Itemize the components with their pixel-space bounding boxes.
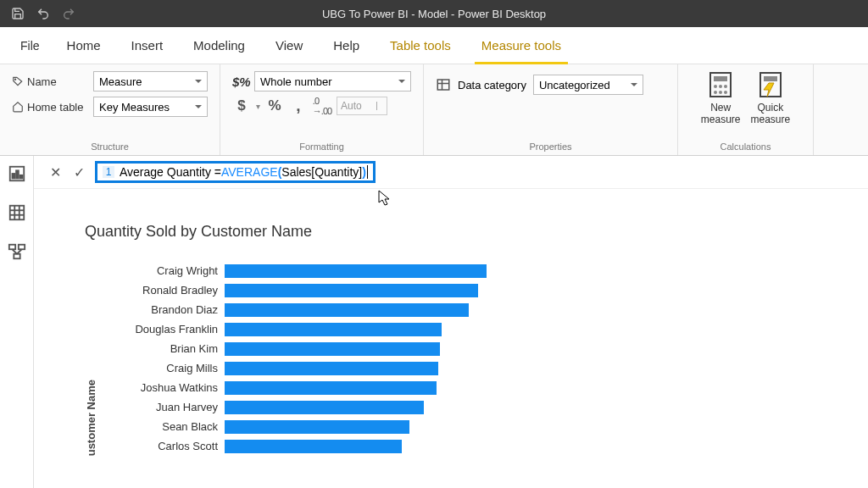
- bar-fill[interactable]: [225, 381, 437, 395]
- bar-label: Juan Harvey: [106, 401, 225, 413]
- bar-fill[interactable]: [225, 342, 440, 356]
- bar-label: Sean Black: [106, 420, 225, 433]
- svg-rect-1: [437, 80, 449, 90]
- commit-formula-button[interactable]: ✓: [71, 164, 86, 180]
- decimals-button[interactable]: .0→.00: [313, 97, 331, 115]
- bar-fill[interactable]: [225, 440, 402, 453]
- save-icon[interactable]: [8, 4, 27, 23]
- window-title: UBG To Power BI - Model - Power BI Deskt…: [322, 8, 546, 20]
- comma-button[interactable]: ,: [289, 97, 308, 115]
- formula-function: AVERAGE: [221, 165, 278, 179]
- bar-row: Brian Kim: [106, 339, 817, 358]
- undo-icon[interactable]: [34, 4, 53, 23]
- canvas: ✕ ✓ 1 Average Quantity = AVERAGE ( Sales…: [34, 156, 868, 488]
- formula-bar: ✕ ✓ 1 Average Quantity = AVERAGE ( Sales…: [34, 156, 868, 189]
- bar-row: Craig Wright: [106, 261, 817, 280]
- bar-label: Craig Wright: [106, 264, 225, 277]
- paren-close: ): [362, 165, 366, 179]
- bar-row: Douglas Franklin: [106, 319, 817, 339]
- bar-row: Sean Black: [106, 417, 817, 436]
- tab-table-tools[interactable]: Table tools: [375, 27, 466, 64]
- bar-fill[interactable]: [225, 420, 409, 434]
- line-number: 1: [103, 166, 114, 178]
- bar-label: Brandon Diaz: [106, 303, 225, 316]
- ribbon-group-formatting: $% Whole number $ ▾ % , .0→.00 Auto Form…: [220, 64, 424, 155]
- model-view-icon[interactable]: [8, 242, 26, 261]
- svg-point-8: [724, 85, 727, 88]
- svg-point-11: [724, 91, 727, 94]
- bar-label: Joshua Watkins: [106, 381, 225, 394]
- chart[interactable]: Quantity Sold by Customer Name ustomer N…: [34, 189, 868, 464]
- name-label: Name: [12, 75, 88, 88]
- svg-rect-24: [18, 245, 24, 250]
- tab-modeling[interactable]: Modeling: [178, 27, 260, 64]
- chart-y-axis-label: ustomer Name: [85, 363, 97, 456]
- currency-button[interactable]: $: [232, 97, 251, 115]
- tab-view[interactable]: View: [260, 27, 318, 64]
- bar-row: Juan Harvey: [106, 397, 817, 417]
- calculations-group-label: Calculations: [690, 141, 801, 152]
- tab-measure-tools[interactable]: Measure tools: [466, 27, 576, 64]
- svg-point-9: [714, 91, 717, 94]
- bar-row: Carlos Scott: [106, 436, 817, 456]
- chart-bars: Craig WrightRonald BradleyBrandon DiazDo…: [106, 261, 817, 456]
- percent-button[interactable]: %: [265, 97, 284, 115]
- bar-fill[interactable]: [225, 323, 442, 336]
- bar-fill[interactable]: [225, 284, 478, 297]
- svg-rect-25: [14, 254, 19, 259]
- decimals-input[interactable]: Auto: [337, 97, 387, 115]
- home-icon: [12, 101, 24, 113]
- formula-text-prefix: Average Quantity =: [120, 165, 221, 179]
- bar-row: Ronald Bradley: [106, 280, 817, 300]
- data-view-icon[interactable]: [8, 203, 26, 222]
- svg-rect-5: [714, 76, 727, 81]
- bar-label: Brian Kim: [106, 342, 225, 355]
- svg-point-6: [714, 85, 717, 88]
- text-cursor: [367, 165, 368, 179]
- bar-label: Craig Mills: [106, 362, 225, 374]
- view-rail: [0, 156, 34, 488]
- menu-bar: File Home Insert Modeling View Help Tabl…: [0, 27, 868, 64]
- format-select[interactable]: Whole number: [254, 71, 411, 92]
- cancel-formula-button[interactable]: ✕: [47, 164, 63, 180]
- home-table-label: Home table: [12, 101, 88, 114]
- bar-fill[interactable]: [225, 303, 469, 317]
- bar-label: Douglas Franklin: [106, 323, 225, 336]
- new-measure-button[interactable]: Newmeasure: [701, 71, 741, 126]
- category-icon: [436, 77, 451, 92]
- svg-rect-17: [19, 175, 22, 179]
- formatting-group-label: Formatting: [232, 141, 411, 152]
- formula-input[interactable]: 1 Average Quantity = AVERAGE ( Sales[Qua…: [95, 161, 376, 183]
- quick-measure-button[interactable]: Quickmeasure: [751, 71, 791, 126]
- svg-point-10: [719, 91, 722, 94]
- data-category-select[interactable]: Uncategorized: [533, 75, 643, 95]
- bar-fill[interactable]: [225, 362, 438, 375]
- bar-row: Brandon Diaz: [106, 300, 817, 319]
- workspace: ✕ ✓ 1 Average Quantity = AVERAGE ( Sales…: [0, 156, 868, 488]
- svg-rect-13: [764, 76, 777, 81]
- bar-label: Carlos Scott: [106, 440, 225, 452]
- svg-rect-16: [16, 170, 19, 178]
- title-bar: UBG To Power BI - Model - Power BI Deskt…: [0, 0, 868, 27]
- tab-insert[interactable]: Insert: [116, 27, 179, 64]
- bar-label: Ronald Bradley: [106, 284, 225, 297]
- tag-icon: [12, 75, 24, 87]
- home-table-select[interactable]: Key Measures: [93, 97, 208, 117]
- bar-row: Joshua Watkins: [106, 378, 817, 397]
- bar-fill[interactable]: [225, 401, 424, 414]
- quick-calculator-icon: [757, 71, 784, 98]
- redo-icon[interactable]: [59, 4, 78, 23]
- svg-point-0: [15, 79, 16, 80]
- tab-home[interactable]: Home: [52, 27, 116, 64]
- svg-rect-15: [12, 174, 14, 179]
- tab-help[interactable]: Help: [318, 27, 375, 64]
- bar-fill[interactable]: [225, 264, 487, 278]
- ribbon-group-properties: Data category Uncategorized Properties: [424, 64, 678, 155]
- file-menu[interactable]: File: [8, 39, 52, 53]
- name-input[interactable]: Measure: [93, 71, 208, 92]
- report-view-icon[interactable]: [8, 164, 26, 183]
- ribbon: Name Measure Home table Key Measures Str…: [0, 64, 868, 156]
- svg-rect-18: [9, 206, 24, 220]
- structure-group-label: Structure: [12, 141, 208, 152]
- svg-point-7: [719, 85, 722, 88]
